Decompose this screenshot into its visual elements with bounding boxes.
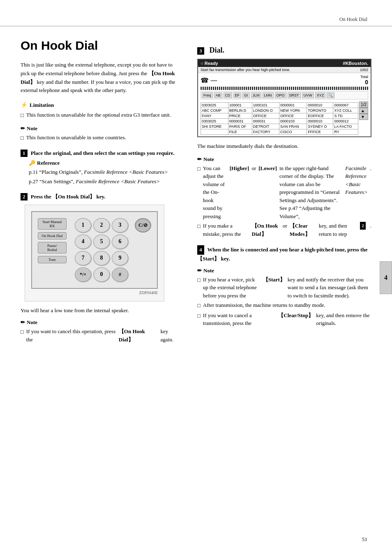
page-header: On Hook Dial: [0, 16, 392, 26]
fax-screen-sub-text: Start fax transmission after you hear hi…: [201, 68, 291, 72]
ref-item-2: p.27 “Scan Settings”, Facsimile Referenc…: [29, 177, 181, 186]
machine-dials-text: The machine immediately dials the destin…: [197, 142, 371, 150]
step4-title-line: 4 When the line is connected and you hea…: [197, 245, 371, 263]
limitation-block: ⚡ Limitation This function is unavailabl…: [21, 101, 181, 120]
hash-bar: [201, 87, 368, 90]
limitation-item: This function is unavailable for the opt…: [21, 111, 181, 120]
limitation-icon: ⚡: [21, 101, 28, 108]
pause-redial-btn[interactable]: Pause/Redial: [38, 242, 67, 253]
keypad-image: Start Manual RX On Hook Dial Pause/Redia…: [25, 205, 164, 302]
step2-block: 2 Press the 【On Hook Dial】 key. Start Ma…: [21, 193, 181, 315]
note2-heading: Note: [21, 319, 181, 326]
low-tone-text: You will hear a low tone from the intern…: [21, 306, 181, 315]
note3-icon: [197, 156, 202, 163]
step2-number: 2: [21, 193, 28, 200]
note1-heading: Note: [21, 125, 181, 132]
note2-block: Note If you want to cancel this operatio…: [21, 319, 181, 343]
phone-icon: ☎ —: [201, 76, 217, 84]
header-label: On Hook Dial: [339, 16, 367, 23]
fax-table-container: 0303025100001100010100000010000010000006…: [201, 101, 368, 135]
fax-screen-header: ○ Ready #KBouston.: [198, 60, 371, 67]
icon-lmn[interactable]: LMN: [263, 92, 274, 98]
right-column: 3 Dial. ○ Ready #KBouston. Start fax tra…: [193, 39, 371, 349]
key-9[interactable]: 9: [112, 251, 128, 265]
step1-title-line: 1 Place the original, and then select th…: [21, 149, 181, 157]
step3-heading: 3 Dial.: [197, 46, 371, 55]
key-4[interactable]: 4: [75, 235, 91, 249]
note4-item-3: If you want to cancel a transmission, pr…: [197, 311, 371, 327]
chapter-marker: 4: [380, 261, 392, 294]
step1-block: 1 Place the original, and then select th…: [21, 149, 181, 186]
page-title: On Hook Dial: [21, 39, 181, 53]
fax-icons-row: Freq AB CD EF GI JLM LMN OPO SRST UVW XY…: [201, 91, 368, 99]
key-0[interactable]: 0: [93, 267, 110, 282]
note1-icon: [21, 125, 25, 132]
table-row: FILEFACTORYCISCOFFFICERY: [201, 129, 358, 135]
fax-screen-body: ☎ — Total 0 Freq AB CD: [198, 73, 371, 136]
note4-block: Note If you hear a voice, pick up the ex…: [197, 267, 371, 327]
note4-item-1: If you hear a voice, pick up the externa…: [197, 276, 371, 300]
step3-block: 3 Dial. ○ Ready #KBouston. Start fax tra…: [197, 46, 371, 327]
step4-number: 4: [197, 245, 204, 255]
fax-screen-page: 1002: [360, 68, 368, 72]
note1-block: Note This function is unavailable in som…: [21, 125, 181, 142]
step3-number: 3: [197, 47, 204, 55]
table-row: 0303025000003100003100001030000010000001…: [201, 119, 358, 124]
icon-cd[interactable]: CD: [224, 92, 232, 98]
fax-screen-sub: Start fax transmission after you hear hi…: [198, 67, 371, 73]
icon-uvw[interactable]: UVW: [302, 92, 314, 98]
icon-search[interactable]: 🔍: [327, 92, 334, 98]
nav-up-btn[interactable]: ▲: [359, 108, 368, 114]
fax-screen-code: #KBouston.: [343, 61, 368, 66]
fax-screen: ○ Ready #KBouston. Start fax transmissio…: [197, 59, 371, 137]
key-1[interactable]: 1: [75, 218, 91, 233]
on-hook-dial-btn[interactable]: On Hook Dial: [38, 232, 67, 240]
note3-heading: Note: [197, 156, 371, 163]
step3-title: Dial.: [210, 46, 225, 55]
key-7[interactable]: 7: [75, 251, 91, 265]
step2-title-line: 2 Press the 【On Hook Dial】 key.: [21, 193, 181, 200]
table-row: SHI STOREPARIS OFDETROITSAN FRANSYDNEY O…: [201, 124, 358, 129]
key-5[interactable]: 5: [93, 235, 110, 249]
total-label: Total: [360, 75, 368, 79]
note3-block: Note You can adjust the volume of the On…: [197, 156, 371, 238]
tone-btn[interactable]: Tone: [38, 256, 67, 263]
note2-item: If you want to cancel this operation, pr…: [21, 327, 181, 343]
note2-icon: [21, 319, 25, 326]
icon-ef[interactable]: EF: [233, 92, 242, 98]
icon-ab[interactable]: AB: [214, 92, 222, 98]
icon-opo[interactable]: OPO: [275, 92, 286, 98]
start-manual-rx-btn[interactable]: Start Manual RX: [38, 218, 67, 230]
key-hash[interactable]: #: [112, 267, 128, 282]
note3-item-1: You can adjust the volume of the On-hook…: [197, 164, 371, 221]
icon-jlm[interactable]: JLM: [251, 92, 261, 98]
ref-item-1: p.11 “Placing Originals”, Facsimile Refe…: [29, 168, 181, 176]
key-star[interactable]: */×: [75, 267, 91, 282]
icon-gi[interactable]: GI: [242, 92, 250, 98]
keypad-side-buttons: Start Manual RX On Hook Dial Pause/Redia…: [38, 218, 67, 263]
key-3[interactable]: 3: [112, 218, 128, 233]
table-row: 0303025100001100010100000010000010000006…: [201, 103, 358, 108]
icon-freq[interactable]: Freq: [202, 92, 213, 98]
key-2[interactable]: 2: [93, 218, 110, 233]
page-number: 51: [362, 536, 367, 543]
key-6[interactable]: 6: [112, 235, 128, 249]
ref-heading: 🔑Reference: [29, 160, 181, 166]
step4-block: 4 When the line is connected and you hea…: [197, 245, 371, 327]
intro-text: This is just like using the external tel…: [21, 61, 181, 95]
fax-table-nav: 1/2 ▲ ▼: [359, 101, 368, 135]
icon-xyz[interactable]: XYZ: [315, 92, 326, 98]
total-section: Total 0: [360, 75, 368, 85]
key-8[interactable]: 8: [93, 251, 110, 265]
fax-screen-title: ○ Ready: [201, 61, 218, 66]
nav-down-btn[interactable]: ▼: [359, 114, 368, 120]
note4-icon: [197, 267, 202, 274]
left-column: On Hook Dial This is just like using the…: [21, 39, 181, 349]
table-row: FANYPRICEOFFICEOFFICEEOFFICES TD: [201, 113, 358, 119]
note1-item: This function is unavailable in some cou…: [21, 134, 181, 142]
limitation-heading: ⚡ Limitation: [21, 101, 181, 108]
note4-item-2: After transmission, the machine returns …: [197, 301, 371, 310]
clear-btn[interactable]: C/⊘: [135, 218, 151, 233]
icon-srst[interactable]: SRST: [288, 92, 301, 98]
fax-table: 0303025100001100010100000010000010000006…: [201, 102, 358, 135]
